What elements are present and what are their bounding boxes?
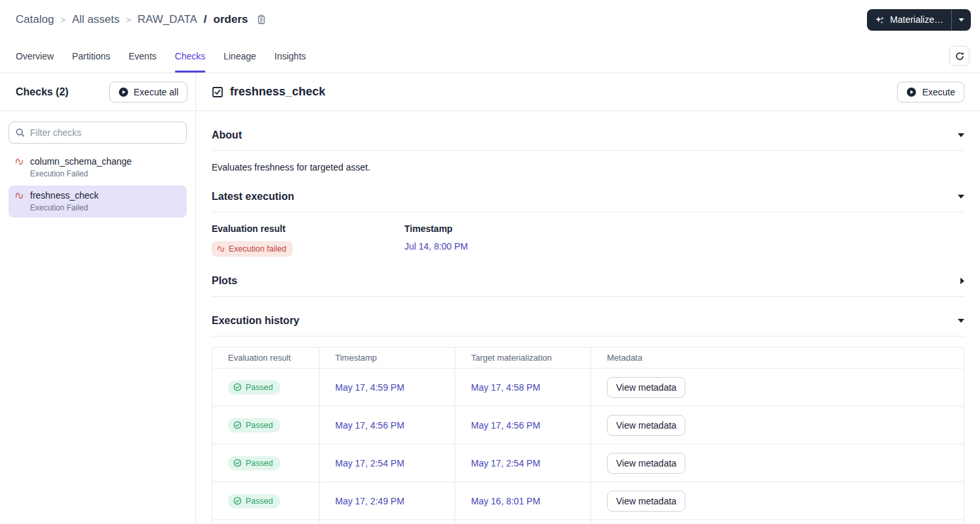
- failed-loop-exclamation-icon: [217, 245, 225, 253]
- view-metadata-button[interactable]: View metadata: [607, 491, 685, 512]
- column-header-evaluation-result: Evaluation result: [212, 348, 319, 368]
- table-row-result: Passed: [212, 444, 319, 482]
- divider: [212, 212, 964, 212]
- view-metadata-button[interactable]: View metadata: [607, 415, 685, 436]
- failed-loop-exclamation-icon: [15, 191, 24, 200]
- asset-tab-bar: Overview Partitions Events Checks Lineag…: [0, 39, 980, 73]
- passed-label: Passed: [246, 459, 273, 468]
- execution-history-title: Execution history: [212, 315, 299, 327]
- top-bar: Catalog > All assets > RAW_DATA / orders…: [0, 0, 980, 39]
- about-description: Evaluates freshness for targeted asset.: [212, 162, 964, 172]
- chevron-right-icon: >: [61, 15, 66, 25]
- check-status: Execution Failed: [30, 203, 180, 212]
- check-circle-icon: [233, 421, 242, 429]
- execute-label: Execute: [922, 87, 955, 97]
- play-circle-icon: [906, 87, 917, 97]
- target-materialization-link[interactable]: May 17, 2:54 PM: [471, 458, 540, 468]
- check-detail-content: About Evaluates freshness for targeted a…: [196, 111, 980, 524]
- passed-badge: Passed: [228, 380, 280, 395]
- failed-loop-exclamation-icon: [15, 157, 24, 166]
- target-materialization-link[interactable]: May 16, 8:01 PM: [471, 496, 540, 506]
- view-metadata-label: View metadata: [616, 382, 676, 393]
- check-circle-icon: [233, 497, 242, 505]
- chevron-right-icon: >: [126, 15, 131, 25]
- execution-history-table: Evaluation result Timestamp Target mater…: [212, 347, 964, 524]
- check-list-item-column-schema-change[interactable]: column_schema_change Execution Failed: [8, 152, 187, 184]
- passed-label: Passed: [246, 383, 273, 392]
- materialize-dropdown-button[interactable]: [952, 9, 971, 31]
- breadcrumb-asset-group[interactable]: RAW_DATA: [138, 13, 197, 26]
- divider: [212, 150, 964, 151]
- view-metadata-button[interactable]: View metadata: [607, 453, 685, 474]
- tab-events[interactable]: Events: [129, 39, 157, 73]
- filter-checks-field: [8, 122, 187, 144]
- copy-icon[interactable]: [256, 14, 267, 25]
- check-list-item-freshness-check[interactable]: freshness_check Execution Failed: [8, 186, 187, 218]
- view-metadata-button[interactable]: View metadata: [607, 377, 685, 398]
- caret-right-icon: [960, 278, 964, 284]
- latest-execution-fields: Evaluation result: [212, 223, 964, 257]
- latest-execution-timestamp-link[interactable]: Jul 14, 8:00 PM: [404, 241, 468, 252]
- sparkle-icon: [875, 15, 885, 25]
- latest-execution-title: Latest execution: [212, 191, 294, 203]
- plots-title: Plots: [212, 275, 237, 287]
- tab-partitions[interactable]: Partitions: [72, 39, 110, 73]
- caret-down-icon: [958, 319, 964, 323]
- passed-badge: Passed: [228, 456, 280, 470]
- execute-all-button[interactable]: Execute all: [109, 82, 188, 103]
- target-materialization-link[interactable]: May 17, 4:56 PM: [471, 420, 540, 431]
- checks-sidebar-header: Checks (2) Execute all: [0, 73, 195, 111]
- tab-checks[interactable]: Checks: [175, 39, 206, 73]
- breadcrumb-path-separator: /: [204, 13, 207, 26]
- latest-execution-section-header[interactable]: Latest execution: [212, 191, 964, 203]
- passed-badge: Passed: [228, 418, 280, 433]
- view-metadata-label: View metadata: [616, 458, 676, 468]
- breadcrumb-asset-name: orders: [214, 13, 248, 26]
- materialize-label: Materialize…: [890, 14, 943, 25]
- execution-timestamp-link[interactable]: May 17, 4:56 PM: [335, 420, 404, 431]
- materialize-button[interactable]: Materialize…: [867, 9, 952, 31]
- check-detail-panel: freshness_check Execute About: [196, 73, 980, 524]
- execution-timestamp-link[interactable]: May 17, 4:59 PM: [335, 382, 404, 393]
- execute-all-label: Execute all: [134, 87, 178, 97]
- check-circle-icon: [233, 383, 242, 391]
- execution-failed-label: Execution failed: [229, 244, 286, 254]
- about-section-header[interactable]: About: [212, 129, 964, 141]
- tab-lineage[interactable]: Lineage: [223, 39, 256, 73]
- column-header-timestamp: Timestamp: [319, 348, 455, 368]
- check-name: freshness_check: [30, 190, 99, 201]
- check-status: Execution Failed: [30, 169, 180, 178]
- search-icon: [15, 127, 25, 138]
- tab-insights[interactable]: Insights: [274, 39, 306, 73]
- column-header-target-materialization: Target materialization: [455, 348, 591, 368]
- table-row-result: Passed: [212, 482, 319, 520]
- checks-sidebar: Checks (2) Execute all: [0, 73, 196, 524]
- passed-badge: Passed: [228, 494, 280, 508]
- execution-history-section-header[interactable]: Execution history: [212, 315, 964, 327]
- view-metadata-label: View metadata: [616, 496, 676, 506]
- execute-button[interactable]: Execute: [897, 82, 964, 103]
- tab-overview[interactable]: Overview: [16, 39, 54, 73]
- table-row-result: Passed: [212, 406, 319, 444]
- table-row-result: [212, 520, 319, 524]
- caret-down-icon: [958, 133, 964, 137]
- filter-checks-input[interactable]: [8, 122, 187, 144]
- check-name: column_schema_change: [30, 156, 132, 167]
- caret-down-icon: [958, 18, 964, 22]
- breadcrumb-catalog[interactable]: Catalog: [16, 13, 54, 26]
- divider: [212, 336, 964, 336]
- check-circle-icon: [233, 459, 242, 467]
- execution-timestamp-link[interactable]: May 17, 2:49 PM: [335, 496, 404, 506]
- refresh-button[interactable]: [949, 46, 970, 66]
- materialize-split-button: Materialize…: [867, 9, 971, 31]
- column-header-metadata: Metadata: [591, 348, 964, 368]
- plots-section-header[interactable]: Plots: [212, 275, 964, 287]
- check-detail-header: freshness_check Execute: [196, 73, 980, 111]
- divider: [212, 296, 964, 297]
- execution-timestamp-link[interactable]: May 17, 2:54 PM: [335, 458, 404, 468]
- target-materialization-link[interactable]: May 17, 4:58 PM: [471, 382, 540, 393]
- checkbox-icon: [212, 86, 223, 98]
- passed-label: Passed: [246, 497, 273, 506]
- breadcrumb-all-assets[interactable]: All assets: [72, 13, 120, 26]
- view-metadata-label: View metadata: [616, 420, 676, 431]
